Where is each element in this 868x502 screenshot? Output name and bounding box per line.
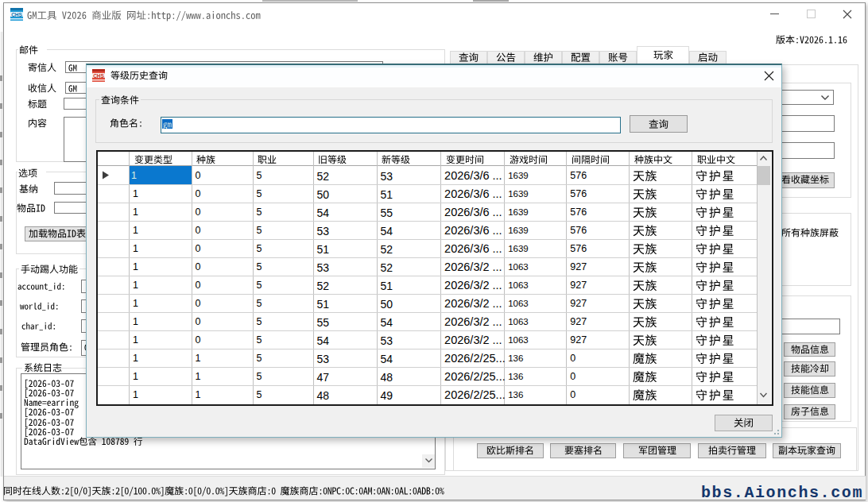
svg-text:CHS: CHS xyxy=(11,12,22,17)
svg-text:CHS: CHS xyxy=(93,73,104,79)
